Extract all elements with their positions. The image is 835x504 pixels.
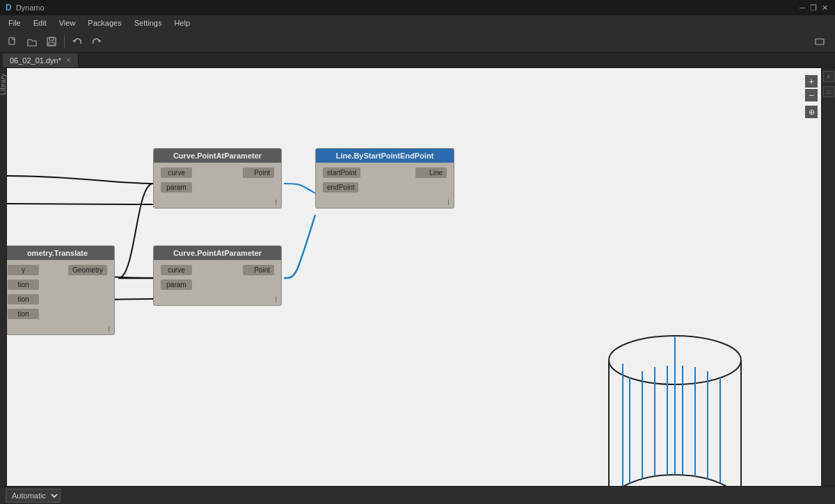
canvas[interactable]: ometry.Translate y Geometry tion tion ti… — [7, 68, 821, 486]
port-tion2: tion — [8, 294, 39, 304]
restore-button[interactable]: ❐ — [809, 3, 818, 13]
menu-settings[interactable]: Settings — [129, 17, 168, 29]
right-panel-btn1[interactable]: ≡ — [823, 71, 834, 82]
node-row: tion — [7, 307, 110, 321]
port-curve2: curve — [161, 265, 192, 275]
viz-svg — [584, 291, 765, 486]
port-point2: Point — [243, 265, 274, 275]
menu-edit[interactable]: Edit — [28, 17, 52, 29]
preview-button[interactable] — [811, 33, 828, 50]
node-line-start-end[interactable]: Line.ByStartPointEndPoint startPoint Lin… — [315, 148, 454, 209]
node-row: endPoint — [320, 180, 450, 195]
node-row: param — [158, 277, 277, 292]
app-logo: D — [6, 3, 12, 13]
node-row: y Geometry — [7, 263, 110, 277]
node-row: curve Point — [158, 165, 277, 180]
port-param1: param — [161, 182, 192, 193]
toolbar-divider — [64, 35, 65, 48]
tab-label: 06_02_01.dyn* — [10, 56, 61, 65]
node-footer-line: I — [316, 197, 454, 208]
tabbar: 06_02_01.dyn* ✕ — [0, 53, 835, 68]
port-curve1: curve — [161, 168, 192, 178]
undo-button[interactable] — [69, 33, 86, 50]
menu-help[interactable]: Help — [168, 17, 196, 29]
node-geometry-translate[interactable]: ometry.Translate y Geometry tion tion ti… — [7, 245, 115, 335]
menu-file[interactable]: File — [3, 17, 26, 29]
tab-close-button[interactable]: ✕ — [65, 56, 71, 64]
titlebar-left: D Dynamo — [6, 3, 45, 13]
node-line-start-end-header: Line.ByStartPointEndPoint — [316, 149, 454, 163]
node-curve-point2-header: Curve.PointAtParameter — [154, 246, 281, 260]
menu-packages[interactable]: Packages — [82, 17, 127, 29]
open-button[interactable] — [24, 33, 40, 50]
minimize-button[interactable]: ─ — [797, 3, 807, 13]
port-point1: Point — [243, 168, 274, 178]
right-panel-btn2[interactable]: □ — [823, 86, 834, 97]
node-footer2: I — [154, 295, 281, 305]
library-label: Library — [0, 74, 7, 95]
port-startpoint: startPoint — [323, 168, 360, 178]
menubar: File Edit View Packages Settings Help — [0, 15, 835, 31]
save-button[interactable] — [43, 33, 60, 50]
node-curve-point1[interactable]: Curve.PointAtParameter curve Point param… — [153, 148, 282, 209]
node-curve-point2-body: curve Point param — [154, 260, 281, 295]
port-param2: param — [161, 279, 192, 290]
new-button[interactable] — [4, 33, 21, 50]
right-panel: ≡ □ — [821, 68, 835, 486]
node-curve-point1-header: Curve.PointAtParameter — [154, 149, 281, 163]
node-geometry-translate-header: ometry.Translate — [7, 246, 114, 260]
mode-select[interactable]: Automatic Manual — [6, 489, 61, 503]
node-line-start-end-body: startPoint Line endPoint — [316, 163, 454, 197]
node-geometry-translate-body: y Geometry tion tion tion — [7, 260, 114, 324]
svg-point-5 — [609, 475, 741, 486]
port-endpoint: endPoint — [323, 182, 358, 193]
port-geometry: Geometry — [68, 265, 107, 275]
zoom-in-button[interactable]: + — [805, 75, 818, 88]
toolbar — [0, 31, 835, 53]
svg-rect-0 — [9, 38, 15, 44]
titlebar-controls: ─ ❐ ✕ — [797, 3, 829, 13]
statusbar: Automatic Manual — [0, 486, 835, 504]
node-curve-point2[interactable]: Curve.PointAtParameter curve Point param… — [153, 245, 282, 306]
viz-container — [584, 291, 765, 486]
svg-rect-3 — [49, 42, 54, 45]
main-area: Library ometry.Translate — [0, 68, 835, 486]
node-row: param — [158, 180, 277, 195]
node-curve-point1-body: curve Point param — [154, 163, 281, 197]
titlebar: D Dynamo ─ ❐ ✕ — [0, 0, 835, 15]
node-footer: I — [7, 324, 114, 334]
redo-button[interactable] — [88, 33, 105, 50]
port-tion3: tion — [8, 309, 39, 319]
zoom-out-button[interactable]: − — [805, 89, 818, 101]
node-footer: I — [154, 197, 281, 208]
port-tion1: tion — [8, 279, 39, 290]
menu-view[interactable]: View — [54, 17, 81, 29]
node-row: startPoint Line — [320, 165, 450, 180]
app-title: Dynamo — [16, 3, 45, 12]
port-line: Line — [415, 168, 447, 178]
port-y: y — [8, 265, 39, 275]
zoom-controls: + − ⊕ — [805, 75, 818, 118]
svg-rect-4 — [816, 39, 824, 44]
zoom-fit-button[interactable]: ⊕ — [805, 106, 818, 118]
tab-main[interactable]: 06_02_01.dyn* ✕ — [3, 54, 79, 67]
node-row: tion — [7, 277, 110, 292]
library-sidebar[interactable]: Library — [0, 68, 7, 486]
node-row: curve Point — [158, 263, 277, 277]
close-button[interactable]: ✕ — [820, 3, 829, 13]
node-row: tion — [7, 292, 110, 307]
